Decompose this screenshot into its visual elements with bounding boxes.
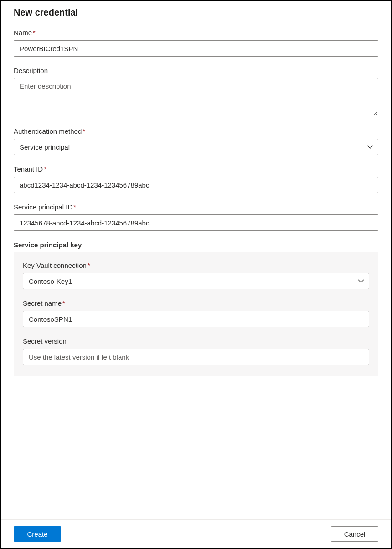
required-mark: * [33,29,36,37]
page-title: New credential [14,7,378,18]
form-panel: New credential Name* Description Authent… [1,1,391,519]
field-secret-version: Secret version [23,337,369,365]
required-mark: * [62,299,65,307]
auth-method-label: Authentication method* [14,127,378,135]
cancel-button[interactable]: Cancel [331,526,378,542]
field-secret-name: Secret name* [23,299,369,327]
key-vault-select[interactable]: Contoso-Key1 [23,273,369,289]
required-mark: * [44,165,46,173]
secret-name-input[interactable] [23,311,369,327]
sp-id-input[interactable] [14,214,378,231]
sp-key-label: Service principal key [14,241,378,249]
auth-method-select[interactable]: Service principal [14,139,378,155]
tenant-id-label: Tenant ID* [14,165,378,173]
field-description: Description [14,67,378,117]
sp-id-label: Service principal ID* [14,203,378,211]
secret-version-label: Secret version [23,337,369,345]
field-tenant-id: Tenant ID* [14,165,378,193]
field-auth-method: Authentication method* Service principal [14,127,378,155]
name-input[interactable] [14,40,378,57]
required-mark: * [73,203,76,211]
tenant-id-input[interactable] [14,177,378,193]
key-vault-label: Key Vault connection* [23,261,369,269]
footer: Create Cancel [1,519,391,548]
required-mark: * [83,127,85,135]
description-input[interactable] [14,78,378,115]
secret-version-input[interactable] [23,349,369,365]
field-name: Name* [14,29,378,57]
sp-key-panel: Key Vault connection* Contoso-Key1 Secre… [14,252,378,376]
field-key-vault: Key Vault connection* Contoso-Key1 [23,261,369,289]
create-button[interactable]: Create [14,526,61,542]
name-label: Name* [14,29,378,37]
required-mark: * [88,261,90,269]
description-label: Description [14,67,378,74]
field-sp-key: Service principal key Key Vault connecti… [14,241,378,376]
field-sp-id: Service principal ID* [14,203,378,231]
secret-name-label: Secret name* [23,299,369,307]
